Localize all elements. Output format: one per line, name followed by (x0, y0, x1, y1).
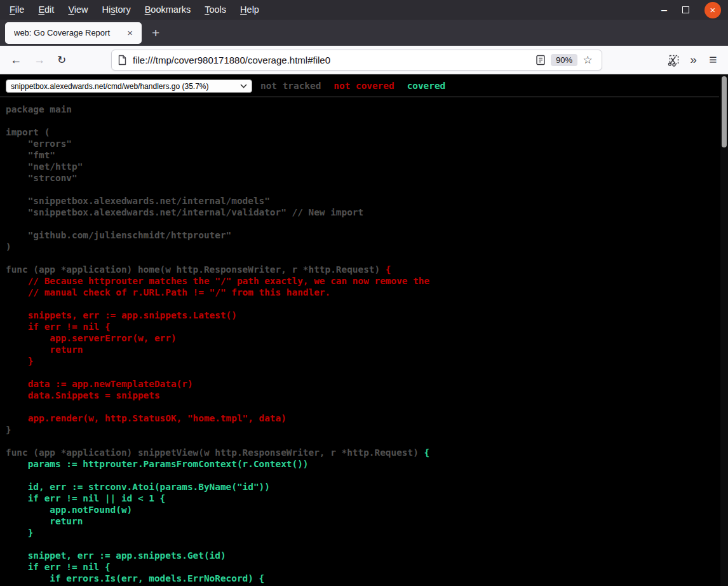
new-tab-button[interactable]: + (152, 25, 159, 41)
window-minimize-button[interactable]: – (661, 7, 667, 13)
code-line: data.Snippets = snippets (6, 390, 160, 400)
code-line: } (6, 425, 11, 435)
code-line: params := httprouter.ParamsFromContext(r… (6, 459, 309, 469)
code-line: "github.com/julienschmidt/httprouter" (6, 230, 231, 240)
url-text[interactable]: file:///tmp/cover980171880/coverage.html… (133, 55, 532, 65)
code-line: app.render(w, http.StatusOK, "home.tmpl"… (6, 413, 286, 423)
menu-file[interactable]: File (3, 0, 31, 20)
screenshot-tool-icon[interactable] (664, 50, 684, 70)
scrollbar-thumb[interactable] (722, 76, 727, 147)
code-line: if err != nil { (6, 562, 111, 572)
code-line: "snippetbox.alexedwards.net/internal/mod… (6, 196, 270, 206)
code-line: import ( (6, 127, 50, 137)
browser-tab[interactable]: web: Go Coverage Report × (5, 22, 142, 44)
code-line: // Because httprouter matches the "/" pa… (6, 276, 429, 286)
coverage-legend: not trackednot coveredcovered (260, 81, 445, 91)
back-button[interactable]: ← (6, 50, 26, 70)
legend-not-covered: not covered (334, 81, 394, 91)
scrollbar-track[interactable] (720, 74, 728, 586)
window-titlebar: FileEditViewHistoryBookmarksToolsHelp – … (0, 0, 728, 20)
tab-title: web: Go Coverage Report (14, 28, 125, 37)
code-line: func (app *application) home(w http.Resp… (6, 264, 391, 275)
code-line: snippets, err := app.snippets.Latest() (6, 310, 237, 320)
code-line: return (6, 516, 83, 526)
code-line: } (6, 528, 33, 538)
menu-view[interactable]: View (61, 0, 95, 20)
code-line: package main (6, 104, 72, 114)
tab-bar: web: Go Coverage Report × + (0, 20, 728, 46)
code-line: if errors.Is(err, models.ErrNoRecord) { (6, 573, 264, 583)
code-line: data := app.newTemplateData(r) (6, 379, 193, 389)
menu-bookmarks[interactable]: Bookmarks (138, 0, 198, 20)
legend-covered: covered (407, 81, 446, 91)
menu-help[interactable]: Help (233, 0, 266, 20)
zoom-level-badge[interactable]: 90% (551, 54, 577, 66)
hamburger-menu-icon[interactable]: ≡ (703, 50, 723, 70)
file-select-dropdown[interactable]: snippetbox.alexedwards.net/cmd/web/handl… (6, 79, 252, 93)
chevron-down-icon (240, 84, 247, 88)
code-line: if err != nil || id < 1 { (6, 493, 165, 503)
reader-mode-icon[interactable] (532, 51, 549, 68)
menu-edit[interactable]: Edit (31, 0, 61, 20)
code-line: "snippetbox.alexedwards.net/internal/val… (6, 207, 363, 217)
window-controls: – × (661, 2, 728, 18)
code-line: "net/http" (6, 161, 83, 172)
page-content: snippetbox.alexedwards.net/cmd/web/handl… (0, 74, 728, 586)
url-bar[interactable]: file:///tmp/cover980171880/coverage.html… (111, 50, 602, 71)
code-line: app.serverError(w, err) (6, 333, 177, 343)
page-icon (118, 55, 127, 65)
code-line: "fmt" (6, 150, 55, 160)
menu-tools[interactable]: Tools (198, 0, 233, 20)
reload-button[interactable]: ↻ (51, 50, 72, 70)
navigation-toolbar: ← → ↻ file:///tmp/cover980171880/coverag… (0, 46, 728, 74)
window-close-button[interactable]: × (704, 2, 721, 18)
code-line: app.notFound(w) (6, 505, 132, 515)
code-line: func (app *application) snippetView(w ht… (6, 447, 429, 458)
code-line: } (6, 356, 33, 366)
overflow-chevron-icon[interactable]: » (684, 50, 703, 70)
menubar: FileEditViewHistoryBookmarksToolsHelp (0, 0, 266, 20)
menu-history[interactable]: History (95, 0, 138, 20)
code-line: return (6, 344, 83, 355)
code-line: "strconv" (6, 173, 78, 183)
code-line: // manual check of r.URL.Path != "/" fro… (6, 287, 330, 297)
code-line: snippet, err := app.snippets.Get(id) (6, 550, 226, 561)
legend-not-tracked: not tracked (260, 81, 321, 91)
tab-close-icon[interactable]: × (125, 27, 135, 38)
coverage-code: package main import ( "errors" "fmt" "ne… (6, 104, 429, 586)
bookmark-star-icon[interactable]: ☆ (579, 51, 596, 68)
forward-button[interactable]: → (29, 50, 50, 70)
code-line: ) (6, 242, 11, 252)
code-line: if err != nil { (6, 322, 111, 332)
file-select-value: snippetbox.alexedwards.net/cmd/web/handl… (11, 82, 240, 91)
code-line: "errors" (6, 139, 72, 149)
window-maximize-button[interactable] (682, 6, 689, 13)
code-line: id, err := strconv.Atoi(params.ByName("i… (6, 482, 270, 492)
